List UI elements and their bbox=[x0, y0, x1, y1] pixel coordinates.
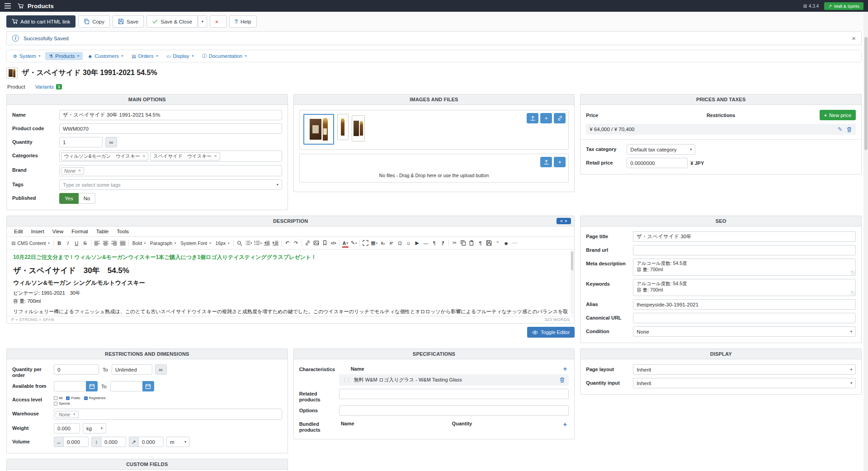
related-products-input[interactable] bbox=[339, 389, 569, 399]
code-view-button[interactable]: < > bbox=[557, 218, 571, 224]
resize-grip[interactable] bbox=[851, 291, 855, 295]
editor-menu-view[interactable]: View bbox=[49, 228, 67, 235]
image-button[interactable] bbox=[312, 238, 321, 248]
quantity-input-select[interactable]: Inherit ▾ bbox=[633, 378, 856, 388]
upload-file-button[interactable] bbox=[540, 157, 552, 167]
editor-menu-tools[interactable]: Tools bbox=[113, 228, 132, 235]
save-close-button[interactable]: Save & Close bbox=[146, 15, 198, 28]
page-title-input[interactable] bbox=[633, 231, 856, 242]
height-input[interactable] bbox=[138, 437, 164, 447]
copy-button[interactable]: Copy bbox=[78, 15, 110, 28]
quantity-max-input[interactable] bbox=[112, 364, 152, 375]
add-file-button[interactable]: + bbox=[554, 157, 566, 167]
blockquote-button[interactable]: " bbox=[493, 238, 502, 248]
indent-button[interactable] bbox=[271, 238, 280, 248]
upload-image-button[interactable] bbox=[527, 113, 538, 123]
undo-button[interactable]: ↶ bbox=[283, 238, 292, 248]
brand-chip[interactable]: None × bbox=[61, 167, 84, 174]
cancel-button[interactable]: × bbox=[210, 15, 226, 28]
brand-url-input[interactable] bbox=[633, 245, 856, 255]
alias-input[interactable] bbox=[633, 299, 856, 310]
menu-item-documentation[interactable]: ⓘ Documentation ▾ bbox=[198, 52, 250, 61]
add-characteristic-button[interactable]: + bbox=[563, 365, 567, 372]
highlight-button[interactable]: ✎▾ bbox=[349, 238, 358, 248]
menu-item-orders[interactable]: ▤ Orders ▾ bbox=[128, 52, 161, 60]
align-right-button[interactable] bbox=[110, 238, 118, 248]
published-no-button[interactable]: No bbox=[79, 193, 96, 204]
new-price-button[interactable]: + New price bbox=[820, 110, 856, 120]
visual-chars-button[interactable]: ¶ bbox=[476, 238, 485, 248]
available-from-input[interactable] bbox=[54, 381, 86, 391]
category-chip[interactable]: スペイサイド ウイスキー × bbox=[150, 152, 220, 160]
align-center-button[interactable] bbox=[101, 238, 110, 248]
retail-price-input[interactable] bbox=[627, 158, 688, 168]
category-chip[interactable]: ウィルソン&モーガン ウイスキー × bbox=[61, 152, 148, 160]
save-button[interactable] bbox=[485, 238, 493, 248]
rtl-button[interactable]: ¶ bbox=[439, 238, 447, 248]
checkbox-icon[interactable] bbox=[54, 396, 57, 400]
name-input[interactable] bbox=[59, 110, 282, 120]
bold-button[interactable]: B bbox=[55, 238, 64, 248]
editor-content[interactable]: 10月22日ご注文分まで！ウィルソン&モーガンウイスキー1本ご購入につき1個ロゴ… bbox=[7, 250, 574, 316]
redo-button[interactable]: ↷ bbox=[292, 238, 300, 248]
remove-icon[interactable]: × bbox=[142, 154, 145, 159]
tax-category-select[interactable]: Default tax category ▾ bbox=[627, 144, 695, 155]
save-button[interactable]: Save bbox=[113, 15, 144, 28]
paste-button[interactable] bbox=[467, 238, 476, 248]
access-level-option[interactable]: ✓Registered bbox=[84, 396, 105, 400]
special-character-button[interactable]: Ω bbox=[396, 238, 404, 248]
menu-item-customers[interactable]: ☻ Customers ▾ bbox=[84, 52, 127, 60]
volume-unit-select[interactable]: m ▾ bbox=[166, 437, 190, 447]
meta-description-textarea[interactable]: アルコール度数: 54.5度 容 量: 700ml bbox=[633, 259, 856, 276]
brand-input[interactable]: None × bbox=[59, 165, 282, 176]
save-options-dropdown[interactable]: ▾ bbox=[198, 15, 207, 28]
editor-scrollbar[interactable] bbox=[571, 250, 574, 315]
delete-price-icon[interactable] bbox=[846, 127, 852, 132]
quantity-input[interactable] bbox=[59, 137, 103, 147]
text-color-button[interactable]: A▾ bbox=[341, 238, 349, 248]
block-format-dropdown[interactable]: Paragraph▾ bbox=[148, 238, 178, 248]
unlimited-quantity-button[interactable]: ∞ bbox=[105, 137, 117, 147]
access-level-option[interactable]: All bbox=[54, 396, 62, 400]
calendar-from-button[interactable] bbox=[86, 381, 98, 391]
link-button[interactable] bbox=[303, 238, 312, 248]
menu-toggle-icon[interactable] bbox=[5, 2, 14, 10]
access-level-option[interactable]: ✓Public bbox=[66, 396, 80, 400]
horizontal-rule-button[interactable]: ― bbox=[421, 238, 430, 248]
fullscreen-button[interactable] bbox=[361, 238, 370, 248]
strikethrough-button[interactable]: S bbox=[81, 238, 90, 248]
view-shop-button[interactable]: ↗ Malt & Spirits bbox=[824, 2, 863, 10]
remove-icon[interactable]: × bbox=[73, 412, 75, 417]
bookmark-button[interactable] bbox=[321, 238, 329, 248]
checkbox-icon[interactable]: ✓ bbox=[84, 396, 88, 400]
copy-button[interactable] bbox=[459, 238, 467, 248]
length-input[interactable] bbox=[63, 437, 89, 447]
add-image-button[interactable]: + bbox=[540, 113, 552, 123]
resize-grip[interactable] bbox=[851, 271, 855, 275]
warehouse-chip[interactable]: None × bbox=[56, 411, 79, 418]
menu-item-display[interactable]: ▭ Display ▾ bbox=[163, 52, 197, 60]
menu-item-products[interactable]: ⚗ Products ▾ bbox=[45, 52, 83, 60]
tab-product[interactable]: Product bbox=[7, 84, 25, 89]
published-yes-button[interactable]: Yes bbox=[59, 193, 79, 204]
font-family-dropdown[interactable]: System Font▾ bbox=[178, 238, 213, 248]
edit-price-icon[interactable]: ✎ bbox=[838, 126, 842, 132]
superscript-button[interactable]: X² bbox=[387, 238, 396, 248]
available-to-input[interactable] bbox=[110, 381, 143, 391]
italic-button[interactable]: I bbox=[64, 238, 72, 248]
search-button[interactable] bbox=[235, 238, 244, 248]
outdent-button[interactable] bbox=[263, 238, 271, 248]
editor-menu-edit[interactable]: Edit bbox=[10, 228, 27, 235]
font-size-dropdown[interactable]: 16px▾ bbox=[213, 238, 232, 248]
numbered-list-button[interactable]: ▾ bbox=[253, 238, 263, 248]
emoji-button[interactable]: ☺ bbox=[404, 238, 413, 248]
image-thumbnail[interactable] bbox=[337, 114, 349, 140]
width-input[interactable] bbox=[101, 437, 126, 447]
product-code-input[interactable] bbox=[59, 123, 282, 134]
drag-handle-icon[interactable]: ⋮⋮ bbox=[343, 377, 350, 382]
editor-menu-insert[interactable]: Insert bbox=[28, 228, 48, 235]
image-thumbnail-selected[interactable] bbox=[303, 114, 334, 145]
more-button[interactable]: ⋯ bbox=[510, 238, 519, 248]
align-left-button[interactable] bbox=[93, 238, 101, 248]
add-to-cart-link-button[interactable]: Add to cart HTML link bbox=[6, 15, 75, 28]
